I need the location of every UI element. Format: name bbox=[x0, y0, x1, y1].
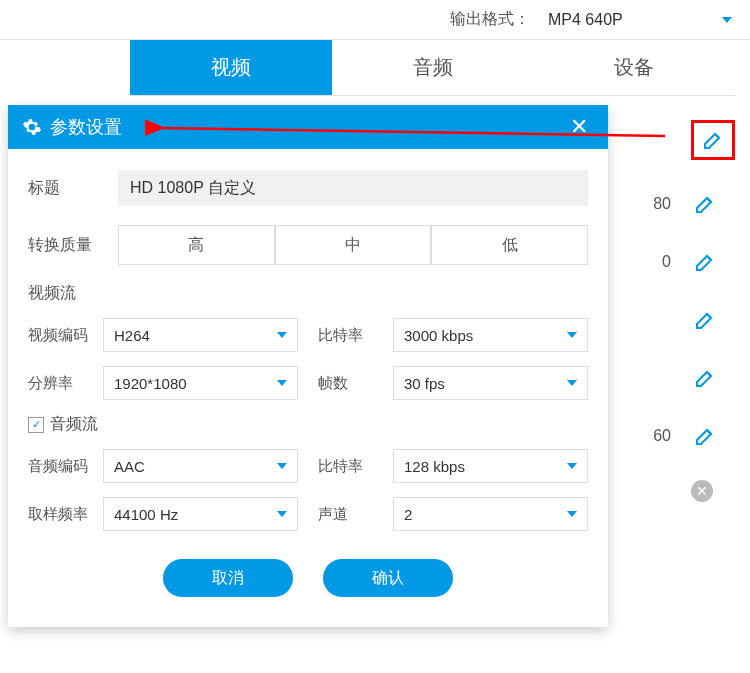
resolution-label: 分辨率 bbox=[28, 374, 103, 393]
sample-rate-select[interactable]: 44100 Hz bbox=[103, 497, 298, 531]
list-item: 0 bbox=[641, 248, 735, 276]
dialog-body: 标题 转换质量 高 中 低 视频流 视频编码 H264 比特率 bbox=[8, 149, 608, 627]
top-bar: 输出格式： MP4 640P bbox=[0, 0, 750, 40]
output-format-select[interactable]: MP4 640P bbox=[540, 5, 740, 35]
chevron-down-icon bbox=[277, 380, 287, 386]
audio-bitrate-label: 比特率 bbox=[318, 457, 393, 476]
edit-icon[interactable] bbox=[691, 248, 719, 276]
settings-dialog: 参数设置 ✕ 标题 转换质量 高 中 低 视频流 视频编码 H264 bbox=[8, 105, 608, 627]
gear-icon bbox=[22, 117, 42, 137]
video-codec-label: 视频编码 bbox=[28, 326, 103, 345]
audio-codec-label: 音频编码 bbox=[28, 457, 103, 476]
tabs-bar: 视频 音频 设备 bbox=[130, 40, 735, 96]
audio-bitrate-select[interactable]: 128 kbps bbox=[393, 449, 588, 483]
fps-label: 帧数 bbox=[318, 374, 393, 393]
output-format-label: 输出格式： bbox=[450, 9, 530, 30]
channel-select[interactable]: 2 bbox=[393, 497, 588, 531]
chevron-down-icon bbox=[567, 511, 577, 517]
list-item: 80 bbox=[641, 190, 735, 218]
video-bitrate-label: 比特率 bbox=[318, 326, 393, 345]
quality-medium-button[interactable]: 中 bbox=[275, 225, 432, 265]
list-item: ✕ bbox=[641, 480, 735, 502]
dialog-title: 参数设置 bbox=[50, 115, 122, 139]
video-bitrate-select[interactable]: 3000 kbps bbox=[393, 318, 588, 352]
chevron-down-icon bbox=[567, 380, 577, 386]
chevron-down-icon bbox=[277, 332, 287, 338]
fps-select[interactable]: 30 fps bbox=[393, 366, 588, 400]
quality-low-button[interactable]: 低 bbox=[431, 225, 588, 265]
chevron-down-icon bbox=[567, 463, 577, 469]
sample-rate-label: 取样频率 bbox=[28, 505, 103, 524]
list-item bbox=[641, 364, 735, 392]
title-label: 标题 bbox=[28, 178, 118, 199]
video-stream-title: 视频流 bbox=[28, 283, 588, 304]
list-item bbox=[641, 120, 735, 160]
format-list: 80 0 60 ✕ bbox=[641, 120, 735, 502]
dialog-header: 参数设置 ✕ bbox=[8, 105, 608, 149]
audio-codec-select[interactable]: AAC bbox=[103, 449, 298, 483]
cancel-button[interactable]: 取消 bbox=[163, 559, 293, 597]
video-codec-select[interactable]: H264 bbox=[103, 318, 298, 352]
tab-device[interactable]: 设备 bbox=[533, 40, 735, 95]
tab-video[interactable]: 视频 bbox=[130, 40, 332, 95]
quality-high-button[interactable]: 高 bbox=[118, 225, 275, 265]
resolution-select[interactable]: 1920*1080 bbox=[103, 366, 298, 400]
audio-stream-title: ✓ 音频流 bbox=[28, 414, 588, 435]
chevron-down-icon bbox=[277, 463, 287, 469]
quality-label: 转换质量 bbox=[28, 235, 118, 256]
title-input[interactable] bbox=[118, 170, 588, 206]
chevron-down-icon bbox=[277, 511, 287, 517]
edit-icon[interactable] bbox=[691, 120, 735, 160]
edit-icon[interactable] bbox=[691, 190, 719, 218]
audio-stream-checkbox[interactable]: ✓ bbox=[28, 417, 44, 433]
list-item: 60 bbox=[641, 422, 735, 450]
tab-audio[interactable]: 音频 bbox=[332, 40, 534, 95]
close-button[interactable]: ✕ bbox=[564, 114, 594, 140]
close-icon[interactable]: ✕ bbox=[691, 480, 713, 502]
list-item bbox=[641, 306, 735, 334]
chevron-down-icon bbox=[722, 17, 732, 23]
edit-icon[interactable] bbox=[691, 422, 719, 450]
edit-icon[interactable] bbox=[691, 306, 719, 334]
edit-icon[interactable] bbox=[691, 364, 719, 392]
output-format-value: MP4 640P bbox=[548, 11, 623, 29]
channel-label: 声道 bbox=[318, 505, 393, 524]
confirm-button[interactable]: 确认 bbox=[323, 559, 453, 597]
chevron-down-icon bbox=[567, 332, 577, 338]
